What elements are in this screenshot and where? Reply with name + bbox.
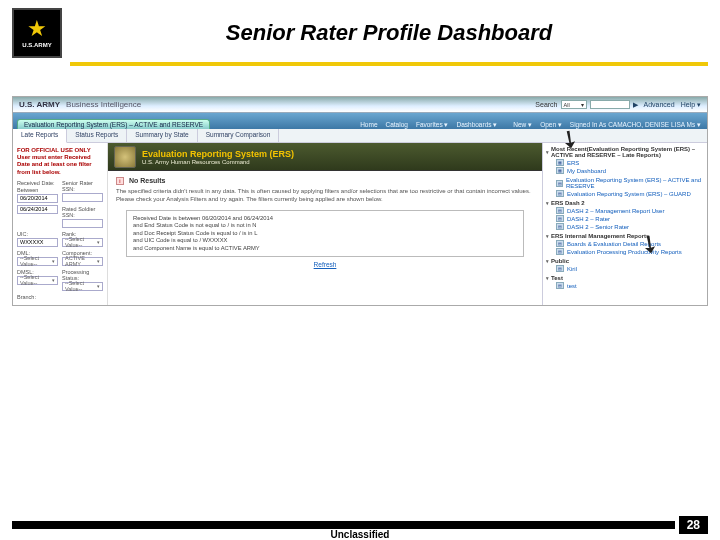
report-icon: ▤ — [556, 215, 564, 222]
report-icon: ▤ — [556, 190, 564, 197]
bi-sub: Business Intelligence — [66, 100, 141, 109]
right-item-dash2-mgmt[interactable]: ▤DASH 2 – Management Report User — [546, 207, 704, 214]
comp-select[interactable]: ACTIVE ARMY — [62, 257, 103, 266]
dashboard-icon: ▦ — [556, 159, 564, 166]
sr-ssn-label: Senior Rater SSN: — [62, 180, 103, 192]
dash2-header[interactable]: ERS Dash 2 — [546, 200, 704, 206]
filt-line: and UIC Code is equal to / WXXXXX — [133, 237, 517, 245]
center-panel: Evaluation Reporting System (ERS) U.S. A… — [108, 143, 542, 305]
uic-label: UIC: — [17, 231, 58, 237]
classification: Unclassified — [327, 529, 394, 540]
bi-top-bar: U.S. ARMY Business Intelligence Search A… — [13, 97, 707, 113]
filter-panel: FOR OFFICIAL USE ONLY User must enter Re… — [13, 143, 108, 305]
right-item-productivity[interactable]: ▤Evaluation Processing Productivity Repo… — [546, 248, 704, 255]
ers-title: Evaluation Reporting System (ERS) — [142, 149, 294, 159]
search-label: Search — [535, 101, 557, 108]
recent-header[interactable]: Most Recent(Evaluation Reporting System … — [546, 146, 704, 158]
rank-select[interactable]: --Select Value-- — [62, 238, 103, 247]
slide-footer: 28 Unclassified — [12, 516, 708, 534]
right-item-kiril[interactable]: ▤Kiril — [546, 265, 704, 272]
right-item-ers-ar[interactable]: ▤Evaluation Reporting System (ERS) – ACT… — [546, 177, 704, 189]
nav-signedin[interactable]: Signed In As CAMACHO, DENISE LISA Ms ▾ — [570, 121, 701, 129]
army-logo-text: U.S.ARMY — [22, 42, 51, 48]
nav-favorites[interactable]: Favorites ▾ — [416, 121, 449, 129]
help-menu[interactable]: Help ▾ — [681, 101, 701, 109]
subtab-status-reports[interactable]: Status Reports — [67, 129, 127, 142]
dml-select[interactable]: --Select Value-- — [17, 257, 58, 266]
right-panel: Most Recent(Evaluation Reporting System … — [542, 143, 707, 305]
proc-select[interactable]: --Select Value-- — [62, 282, 103, 291]
rated-ssn-input[interactable] — [62, 219, 103, 228]
branch-label: Branch: — [17, 294, 103, 300]
right-item-dash2-sr[interactable]: ▤DASH 2 – Senior Rater — [546, 223, 704, 230]
report-icon: ▤ — [556, 240, 564, 247]
primary-tab-row: Evaluation Reporting System (ERS) – ACTI… — [13, 113, 707, 129]
no-results-msg: The specified criteria didn't result in … — [116, 188, 534, 204]
uic-input[interactable] — [17, 238, 58, 247]
search-scope[interactable]: All▾ — [561, 100, 587, 109]
filt-line: and End Status Code is not equal to / is… — [133, 222, 517, 230]
search-input[interactable] — [590, 100, 630, 109]
dmsl-select[interactable]: --Select Value-- — [17, 276, 58, 285]
star-icon: ★ — [27, 18, 47, 40]
report-icon: ▤ — [556, 248, 564, 255]
right-item-ers-guard[interactable]: ▤Evaluation Reporting System (ERS) – GUA… — [546, 190, 704, 197]
subtab-summary-state[interactable]: Summary by State — [127, 129, 197, 142]
right-item-test[interactable]: ▤test — [546, 282, 704, 289]
nav-new[interactable]: New ▾ — [513, 121, 532, 129]
applied-filters: Received Date is between 06/20/2014 and … — [126, 210, 524, 258]
hrc-crest-icon — [114, 146, 136, 168]
sr-ssn-input[interactable] — [62, 193, 103, 202]
report-icon: ▤ — [556, 207, 564, 214]
dashboard-icon: ▦ — [556, 167, 564, 174]
subtab-late-reports[interactable]: Late Reports — [13, 129, 67, 143]
nav-open[interactable]: Open ▾ — [540, 121, 562, 129]
nav-catalog[interactable]: Catalog — [386, 121, 408, 129]
ers-banner: Evaluation Reporting System (ERS) U.S. A… — [108, 143, 542, 171]
date-to[interactable] — [17, 205, 58, 214]
refresh-link[interactable]: Refresh — [116, 261, 534, 268]
filter-hint: FOR OFFICIAL USE ONLY User must enter Re… — [17, 147, 103, 176]
nav-dashboards[interactable]: Dashboards ▾ — [456, 121, 497, 129]
report-icon: ▤ — [556, 282, 564, 289]
app-window: U.S. ARMY Business Intelligence Search A… — [12, 96, 708, 306]
test-header[interactable]: Test — [546, 275, 704, 281]
public-header[interactable]: Public — [546, 258, 704, 264]
right-item-ers[interactable]: ▦ERS — [546, 159, 704, 166]
proc-label: Processing Status: — [62, 269, 103, 281]
filt-line: Received Date is between 06/20/2014 and … — [133, 215, 517, 223]
between-label: Between — [17, 187, 58, 193]
slide-title: Senior Rater Profile Dashboard — [70, 20, 708, 46]
right-item-mydash[interactable]: ▦My Dashboard — [546, 167, 704, 174]
page-number: 28 — [679, 516, 708, 534]
title-rule — [70, 62, 708, 66]
date-from[interactable] — [17, 194, 58, 203]
report-icon: ▤ — [556, 180, 563, 187]
no-results-title: No Results — [129, 177, 166, 184]
filt-line: and Doc Receipt Status Code is equal to … — [133, 230, 517, 238]
ers-sub: U.S. Army Human Resources Command — [142, 159, 294, 165]
internal-header[interactable]: ERS Internal Management Reports — [546, 233, 704, 239]
tab-ers[interactable]: Evaluation Reporting System (ERS) – ACTI… — [17, 119, 210, 129]
warning-icon: i — [116, 177, 124, 185]
report-icon: ▤ — [556, 223, 564, 230]
footer-bar — [12, 521, 675, 529]
filt-line: and Component Name is equal to ACTIVE AR… — [133, 245, 517, 253]
subtab-summary-comp[interactable]: Summary Comparison — [198, 129, 280, 142]
nav-home[interactable]: Home — [360, 121, 377, 129]
bi-brand: U.S. ARMY — [19, 100, 60, 109]
recv-date-label: Received Date: — [17, 180, 58, 186]
no-results: i No Results The specified criteria didn… — [108, 171, 542, 274]
right-item-dash2-rater[interactable]: ▤DASH 2 – Rater — [546, 215, 704, 222]
report-icon: ▤ — [556, 265, 564, 272]
advanced-link[interactable]: Advanced — [644, 101, 675, 109]
sub-tabs: Late Reports Status Reports Summary by S… — [13, 129, 707, 143]
right-item-boards[interactable]: ▤Boards & Evaluation Detail Reports — [546, 240, 704, 247]
search-go-icon[interactable]: ▶ — [633, 101, 638, 109]
army-logo: ★ U.S.ARMY — [12, 8, 62, 58]
rated-ssn-label: Rated Soldier SSN: — [62, 206, 103, 218]
